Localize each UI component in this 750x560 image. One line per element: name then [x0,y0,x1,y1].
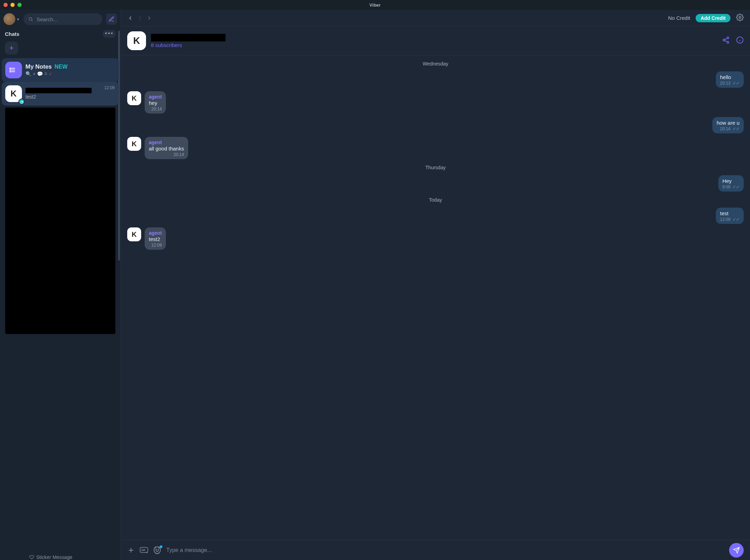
gif-icon: GIF [140,547,148,554]
message-text: Hey [722,178,740,184]
profile-menu[interactable]: ▼ [3,13,20,25]
date-separator: Today [127,195,744,204]
credit-status: No Credit [668,15,690,21]
svg-point-0 [29,17,32,20]
gear-icon [736,14,744,21]
search-input[interactable] [37,16,98,22]
sender-name: agent [149,230,162,236]
settings-button[interactable] [736,14,744,23]
window-title: Viber [0,2,750,8]
message-time: 12:09 [151,243,162,248]
chat-preview: 🔍+💬=✓ [25,71,115,77]
read-check-icon: ✓✓ [733,81,740,86]
sender-name: agent [149,140,184,145]
search-icon [28,16,33,22]
sender-name: agent [149,94,162,100]
search-field[interactable] [23,13,102,25]
svg-line-10 [725,38,727,40]
message-bubble[interactable]: how are u 20:14 ✓✓ [712,117,744,133]
message-area[interactable]: Wednesday hello 20:13 ✓✓ K agent hey 20:… [121,55,750,540]
svg-point-21 [158,550,159,550]
message-time: 20:13 [720,81,730,86]
message-time: 9:09 [722,185,730,189]
send-button[interactable] [729,543,744,558]
message-out: hello 20:13 ✓✓ [127,71,744,88]
bot-badge-icon: ◔ [18,99,25,105]
message-text: all good thanks [149,146,184,151]
plus-icon: + [9,44,14,53]
message-bubble[interactable]: test 12:09 ✓✓ [716,208,744,224]
message-in: K agent test2 12:09 [127,227,744,250]
message-text: test [720,210,740,216]
subscribers-link[interactable]: 8 subscribers [151,42,225,48]
svg-point-7 [723,39,725,41]
notes-icon [5,62,22,78]
message-out: Hey 9:09 ✓✓ [127,175,744,192]
avatar-icon [3,13,15,25]
message-text: hey [149,100,162,106]
svg-point-4 [10,71,10,72]
chat-title-redacted [151,34,225,41]
read-check-icon: ✓✓ [733,185,740,189]
date-separator: Wednesday [127,59,744,68]
topbar: | No Credit Add Credit [121,10,750,26]
chevron-left-icon [127,15,133,21]
share-button[interactable] [722,36,730,45]
chevron-down-icon: ▼ [16,17,20,21]
more-icon[interactable]: ••• [103,30,116,38]
message-out: how are u 20:14 ✓✓ [127,117,744,133]
nav-forward-button[interactable] [146,15,152,21]
plus-icon [127,546,135,554]
add-credit-button[interactable]: Add Credit [696,14,730,22]
heart-icon [29,555,34,560]
sidebar-section-label: Chats [5,31,20,37]
svg-line-9 [725,40,727,42]
sticker-message-preview: Sticker Message [29,554,72,560]
chat-header-avatar: K [127,31,146,50]
info-button[interactable] [736,36,744,45]
message-bubble[interactable]: hello 20:13 ✓✓ [716,71,744,88]
message-time: 20:14 [151,107,162,111]
sticker-button[interactable] [153,546,161,554]
message-out: test 12:09 ✓✓ [127,208,744,224]
info-icon [736,36,744,44]
message-in: K agent all good thanks 20:14 [127,137,744,159]
sender-avatar: K [127,227,141,241]
message-text: how are u [717,120,740,126]
new-chat-button[interactable]: + [5,41,18,55]
message-input[interactable] [166,547,724,553]
chat-preview: test2 [25,94,115,100]
chat-list: My Notes NEW 🔍+💬=✓ K ◔ test2 12:09 [0,58,121,560]
chat-time: 12:09 [104,85,115,90]
message-bubble[interactable]: Hey 9:09 ✓✓ [718,175,744,192]
svg-line-1 [32,20,33,21]
nav-divider: | [139,15,140,21]
chat-item-my-notes[interactable]: My Notes NEW 🔍+💬=✓ [2,58,119,82]
read-check-icon: ✓✓ [733,126,740,131]
svg-point-6 [727,37,729,39]
nav-back-button[interactable] [127,15,133,21]
sender-avatar: K [127,91,141,105]
chat-item-k[interactable]: K ◔ test2 12:09 [2,82,119,106]
chat-header: K 8 subscribers [121,26,750,55]
message-bubble[interactable]: agent test2 12:09 [145,227,166,250]
composer: GIF [121,540,750,560]
redacted-block [5,108,115,334]
attach-button[interactable] [127,546,135,554]
message-in: K agent hey 20:14 [127,91,744,114]
svg-point-20 [156,550,156,550]
message-time: 20:14 [174,152,184,157]
share-icon [722,36,730,44]
message-bubble[interactable]: agent all good thanks 20:14 [145,137,188,159]
gif-button[interactable]: GIF [140,547,148,554]
compose-icon [108,16,115,22]
main-panel: | No Credit Add Credit K 8 subscribers [121,10,750,560]
sidebar: ▼ Chats ••• + [0,10,121,560]
message-text: test2 [149,236,162,242]
message-text: hello [720,74,740,80]
chat-name-redacted [25,88,92,93]
new-badge: NEW [55,64,68,70]
message-bubble[interactable]: agent hey 20:14 [145,91,166,114]
compose-button[interactable] [106,14,117,25]
chevron-right-icon [146,15,152,21]
